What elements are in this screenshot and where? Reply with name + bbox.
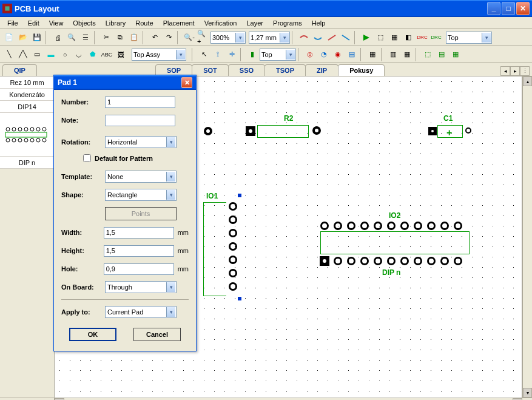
polyline-icon[interactable]: ╱╲ (16, 48, 30, 61)
window-close-button[interactable]: ✕ (516, 2, 530, 15)
measure-icon[interactable]: ⟟ (211, 48, 224, 61)
undo-icon[interactable]: ↶ (148, 31, 161, 44)
new-icon[interactable]: 📄 (2, 31, 16, 44)
pad[interactable] (320, 222, 329, 230)
list-item[interactable]: Kondenzáto (0, 89, 54, 101)
cancel-button[interactable]: Cancel (133, 328, 181, 341)
ok-button[interactable]: OK (69, 328, 116, 341)
green2-icon[interactable]: ▤ (435, 48, 448, 61)
menu-file[interactable]: File (2, 18, 23, 28)
tool1-icon[interactable]: ⬚ (374, 31, 387, 44)
tab-pokusy[interactable]: Pokusy (338, 64, 385, 76)
shape-select[interactable]: Rectangle (105, 189, 177, 201)
line-icon[interactable]: ╲ (2, 48, 16, 61)
route3-icon[interactable] (339, 31, 352, 44)
unroute-icon[interactable] (311, 31, 325, 44)
tab-qip[interactable]: QIP (2, 64, 37, 76)
via-icon[interactable]: ◔ (317, 48, 331, 61)
list-icon[interactable]: ☰ (79, 31, 92, 44)
menu-placement[interactable]: Placement (158, 18, 200, 28)
pad[interactable] (204, 127, 212, 135)
arrow-icon[interactable]: ↖ (197, 48, 210, 61)
arc-icon[interactable]: ◡ (72, 48, 86, 61)
pad[interactable] (360, 222, 369, 230)
zoom-in-icon[interactable]: 🔍+ (197, 31, 210, 44)
tab-scroll-right[interactable]: ▸ (510, 66, 520, 76)
tool3-icon[interactable]: ◧ (402, 31, 415, 44)
pad[interactable] (229, 215, 237, 224)
pad[interactable] (414, 257, 422, 265)
layer-combo[interactable]: Top (446, 32, 492, 44)
origin-icon[interactable]: ✛ (225, 48, 238, 61)
pad[interactable] (427, 257, 436, 265)
redo-icon[interactable]: ↷ (162, 31, 175, 44)
pad[interactable] (229, 256, 237, 264)
note-input[interactable] (105, 115, 175, 126)
menu-edit[interactable]: Edit (23, 18, 44, 28)
pad[interactable] (440, 222, 449, 230)
tab-sot[interactable]: SOT (192, 64, 229, 76)
pad[interactable] (387, 222, 396, 230)
drc2-icon[interactable]: DRC (429, 31, 443, 44)
route2-icon[interactable] (325, 31, 338, 44)
hole-input[interactable] (104, 263, 174, 275)
draw-layer-combo[interactable]: Top Assy (132, 49, 186, 61)
hole-icon[interactable]: ◉ (331, 48, 345, 61)
window-minimize-button[interactable]: _ (487, 2, 500, 15)
print-icon[interactable]: 🖨 (51, 31, 64, 44)
pad[interactable] (312, 126, 321, 135)
scroll-up-icon[interactable]: ▴ (523, 76, 532, 86)
layers2-icon[interactable]: ▦ (400, 48, 414, 61)
zoom-combo[interactable]: 300% (210, 32, 246, 44)
grid-icon[interactable]: ▦ (366, 48, 379, 61)
pad[interactable] (440, 257, 449, 265)
pad[interactable] (374, 257, 382, 265)
tab-zip[interactable]: ZIP (305, 64, 338, 76)
pad[interactable] (414, 222, 422, 230)
pad[interactable] (229, 242, 237, 251)
fill-icon[interactable]: ▤ (345, 48, 359, 61)
rect-fill-icon[interactable]: ▬ (44, 48, 58, 61)
dialog-titlebar[interactable]: Pad 1 ✕ (54, 75, 196, 90)
rect-icon[interactable]: ▭ (30, 48, 44, 61)
grid-combo[interactable]: 1,27 mm (249, 32, 290, 44)
vertical-scrollbar[interactable]: ▴ ▾ (522, 76, 532, 398)
height-input[interactable] (104, 245, 174, 257)
window-maximize-button[interactable]: □ (502, 2, 515, 15)
run-icon[interactable] (360, 31, 373, 44)
selection-handle[interactable] (238, 297, 241, 300)
pad[interactable] (400, 222, 409, 230)
side-combo[interactable]: Top (260, 49, 296, 61)
menu-verification[interactable]: Verification (200, 18, 242, 28)
pad-icon[interactable]: ◎ (303, 48, 317, 61)
pad[interactable] (454, 257, 462, 265)
pad[interactable] (246, 126, 255, 136)
chip-icon[interactable]: ▮ (246, 48, 259, 61)
layers1-icon[interactable]: ▥ (386, 48, 400, 61)
paste-icon[interactable]: 📋 (127, 31, 141, 44)
menu-help[interactable]: Help (307, 18, 331, 28)
template-select[interactable]: None (105, 171, 177, 183)
tab-sso[interactable]: SSO (228, 64, 265, 76)
applyto-select[interactable]: Current Pad (105, 306, 177, 318)
pad[interactable] (334, 257, 342, 265)
menu-library[interactable]: Library (101, 18, 131, 28)
pad[interactable] (347, 222, 355, 230)
route-icon[interactable] (297, 31, 311, 44)
menu-layer[interactable]: Layer (241, 18, 268, 28)
pad[interactable] (334, 222, 342, 230)
selection-handle[interactable] (238, 194, 241, 197)
default-checkbox[interactable] (83, 154, 91, 162)
width-input[interactable] (104, 227, 174, 239)
menu-objects[interactable]: Objects (68, 18, 100, 28)
pad[interactable] (320, 256, 329, 266)
tab-tsop[interactable]: TSOP (264, 64, 306, 76)
horizontal-scrollbar[interactable]: ◂ ▸ (0, 398, 532, 400)
pad[interactable] (400, 257, 409, 265)
points-button[interactable]: Points (105, 207, 177, 220)
pad[interactable] (465, 127, 471, 134)
save-icon[interactable]: 💾 (30, 31, 44, 44)
pad[interactable] (387, 257, 396, 265)
component-body[interactable] (320, 231, 470, 254)
open-icon[interactable]: 📂 (16, 31, 30, 44)
